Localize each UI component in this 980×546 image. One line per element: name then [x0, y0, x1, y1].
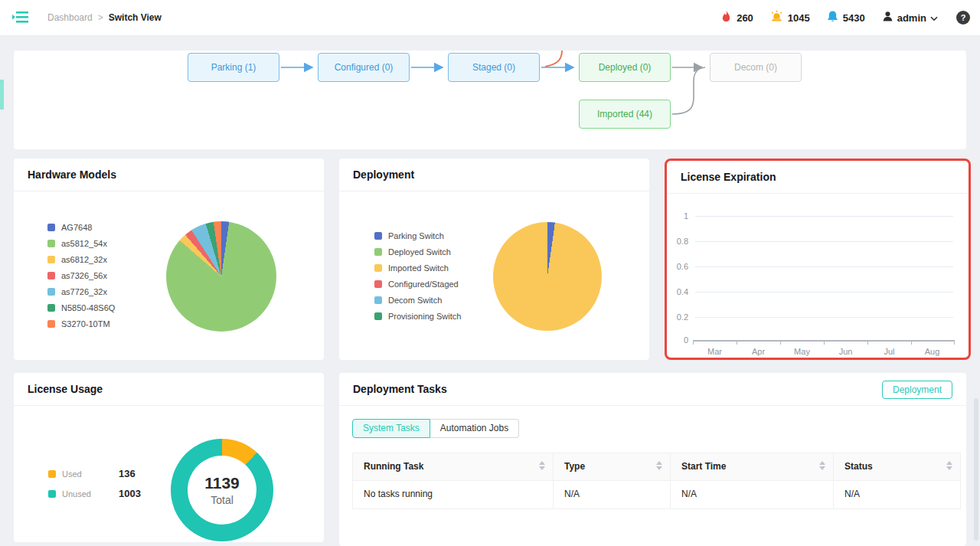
x-axis-tick — [867, 340, 868, 345]
x-axis-tick — [954, 340, 955, 345]
legend-item[interactable]: as7726_32x — [47, 287, 115, 296]
legend-swatch — [374, 264, 382, 272]
workflow-node-parking[interactable]: Parking (1) — [188, 53, 279, 82]
legend-item[interactable]: Decom Switch — [374, 296, 461, 305]
legend-swatch — [374, 280, 382, 288]
x-axis-tick — [780, 340, 781, 345]
hardware-models-title: Hardware Models — [14, 159, 324, 191]
legend-swatch — [48, 490, 56, 498]
y-tick-label: 0.4 — [667, 287, 688, 296]
sort-icon[interactable] — [539, 461, 545, 470]
x-tick-label: May — [780, 347, 824, 356]
workflow-node-decom[interactable]: Decom (0) — [710, 53, 802, 82]
legend-item[interactable]: as7326_56x — [47, 271, 115, 280]
legend-swatch — [374, 232, 382, 240]
deployment-tasks-card: Deployment Tasks Deployment System Tasks… — [339, 373, 966, 546]
top-navbar: Dashboard > Switch View 260 — [0, 0, 980, 36]
column-header-start-time[interactable]: Start Time — [671, 453, 834, 480]
table-row: No tasks running N/A N/A N/A — [353, 481, 960, 508]
x-tick-label: Mar — [693, 347, 737, 356]
legend-label: Configured/Staged — [388, 280, 459, 289]
critical-count: 260 — [737, 12, 753, 24]
legend-swatch — [47, 240, 55, 247]
y-tick-label: 0.8 — [667, 237, 688, 246]
x-tick-label: Jul — [867, 347, 911, 356]
sort-icon[interactable] — [819, 461, 825, 470]
deployment-legend: Parking Switch Deployed Switch Imported … — [374, 231, 461, 328]
column-header-status[interactable]: Status — [834, 453, 960, 480]
x-axis-tick — [911, 340, 912, 345]
legend-item[interactable]: Configured/Staged — [374, 280, 461, 289]
notification-alerts[interactable]: 5430 — [827, 10, 865, 26]
license-expiration-chart: 1 0.8 0.6 0.4 0.2 0 Mar Apr May Jun Jul … — [667, 195, 969, 358]
legend-value: 136 — [119, 468, 136, 479]
warning-count: 1045 — [788, 12, 810, 24]
legend-label: S3270-10TM — [61, 319, 110, 329]
cell-running-task: No tasks running — [353, 481, 554, 508]
critical-alerts[interactable]: 260 — [720, 10, 753, 26]
column-header-running-task[interactable]: Running Task — [353, 453, 554, 480]
hardware-models-legend: AG7648 as5812_54x as6812_32x as7326_56x … — [47, 223, 115, 335]
flame-icon — [720, 10, 732, 26]
username-label: admin — [897, 12, 926, 24]
user-menu[interactable]: admin — [882, 11, 938, 25]
legend-item[interactable]: N5850-48S6Q — [47, 303, 115, 312]
legend-item[interactable]: as6812_32x — [47, 255, 115, 264]
scrollbar-thumb[interactable] — [974, 398, 978, 541]
navbar-right: 260 1045 5430 — [720, 10, 980, 26]
tab-automation-jobs[interactable]: Automation Jobs — [430, 419, 519, 438]
legend-item[interactable]: AG7648 — [47, 223, 115, 232]
workflow-node-deployed[interactable]: Deployed (0) — [579, 53, 671, 82]
help-icon[interactable]: ? — [956, 11, 970, 25]
legend-item[interactable]: Imported Switch — [374, 263, 461, 273]
legend-label: N5850-48S6Q — [61, 303, 115, 312]
legend-label: Deployed Switch — [388, 247, 451, 257]
workflow-node-configured[interactable]: Configured (0) — [318, 53, 410, 82]
deployment-tasks-title: Deployment Tasks — [339, 373, 966, 406]
license-usage-card: License Usage Used 136 Unused 1003 1139 … — [14, 373, 324, 542]
x-tick-label: Apr — [737, 347, 780, 356]
legend-label: Provisioning Switch — [388, 312, 461, 321]
legend-swatch — [374, 312, 382, 320]
legend-label: Imported Switch — [388, 263, 449, 273]
legend-label: Parking Switch — [388, 231, 444, 240]
column-header-type[interactable]: Type — [554, 453, 671, 480]
warning-alerts[interactable]: 1045 — [770, 10, 810, 25]
legend-swatch — [47, 320, 55, 328]
breadcrumb-separator: > — [98, 12, 103, 23]
gridline — [695, 317, 953, 318]
sidebar-toggle-icon[interactable] — [12, 9, 29, 26]
breadcrumb-dashboard-link[interactable]: Dashboard — [47, 12, 93, 23]
deployment-button[interactable]: Deployment — [882, 381, 952, 399]
cell-type: N/A — [554, 481, 671, 508]
legend-item[interactable]: as5812_54x — [47, 239, 115, 248]
tasks-table-header: Running Task Type Start Time Status — [353, 453, 960, 481]
donut-center: 1139 Total — [188, 456, 256, 525]
legend-swatch — [374, 296, 382, 304]
cell-start-time: N/A — [671, 481, 834, 508]
legend-item[interactable]: Unused 1003 — [48, 488, 141, 499]
gridline — [695, 216, 953, 217]
gridline — [695, 292, 953, 293]
sort-icon[interactable] — [946, 461, 952, 470]
legend-swatch — [48, 470, 56, 478]
y-tick-label: 1 — [667, 211, 688, 221]
legend-item[interactable]: Parking Switch — [374, 231, 461, 240]
y-tick-label: 0 — [667, 335, 688, 345]
sidebar-collapsed-accent — [0, 80, 4, 110]
legend-item[interactable]: Used 136 — [48, 468, 141, 479]
license-total-value: 1139 — [204, 474, 240, 492]
workflow-node-imported[interactable]: Imported (44) — [579, 100, 671, 129]
deployment-card: Deployment Parking Switch Deployed Switc… — [339, 159, 649, 360]
legend-label: as7726_32x — [61, 287, 107, 296]
tab-system-tasks[interactable]: System Tasks — [352, 419, 430, 438]
workflow-node-staged[interactable]: Staged (0) — [448, 53, 540, 82]
legend-item[interactable]: Provisioning Switch — [374, 312, 461, 321]
legend-swatch — [47, 288, 55, 296]
legend-item[interactable]: Deployed Switch — [374, 247, 461, 257]
sort-icon[interactable] — [656, 461, 662, 470]
legend-label: as7326_56x — [61, 271, 107, 280]
legend-item[interactable]: S3270-10TM — [47, 319, 115, 329]
license-total-label: Total — [211, 494, 234, 506]
legend-label: Unused — [62, 489, 99, 499]
